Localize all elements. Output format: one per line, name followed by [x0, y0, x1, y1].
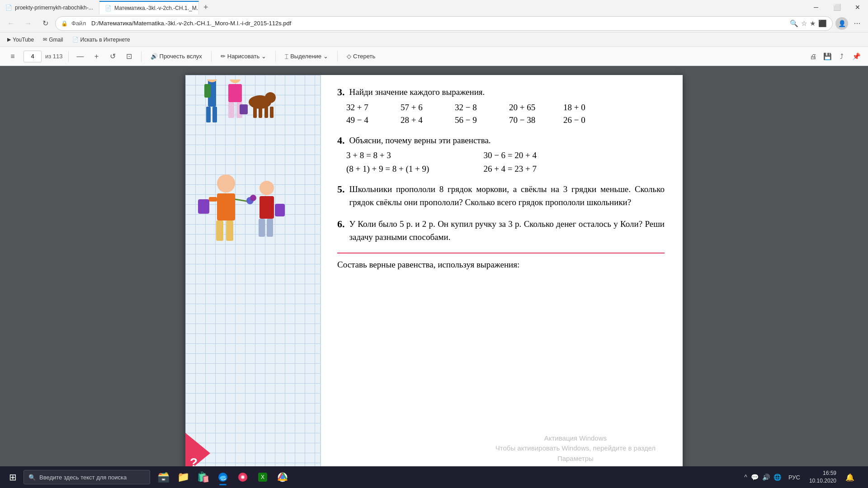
- erase-label: Стереть: [353, 53, 375, 60]
- print-button[interactable]: 🖨: [807, 50, 819, 63]
- select-dropdown-icon[interactable]: ⌄: [323, 53, 328, 60]
- pdf-menu-button[interactable]: ≡: [5, 49, 20, 64]
- zoom-out-button[interactable]: —: [74, 50, 87, 63]
- svg-rect-18: [216, 221, 223, 241]
- notification-button[interactable]: 🔔: [843, 470, 857, 484]
- systray-arrow[interactable]: ^: [743, 473, 748, 482]
- svg-rect-20: [209, 197, 217, 202]
- save-button[interactable]: 💾: [821, 50, 834, 63]
- toolbar-separator-2: [141, 51, 142, 62]
- new-tab-button[interactable]: +: [199, 3, 213, 12]
- share-button[interactable]: ⤴: [835, 50, 848, 63]
- zoom-icon[interactable]: 🔍: [790, 19, 798, 28]
- tab-strip: 📄 proekty-primernykh-rabochikh-... ✕ 📄 М…: [0, 0, 213, 14]
- svg-point-29: [250, 195, 256, 201]
- bookmark-search[interactable]: 📄 Искать в Интернете: [69, 36, 134, 44]
- eq-left-1: 3 + 8 = 8 + 3: [346, 150, 429, 160]
- select-button[interactable]: ⌶ Выделение ⌄: [281, 51, 332, 61]
- rotate-button[interactable]: ↺: [107, 50, 119, 63]
- divider-line: [337, 253, 665, 253]
- language-indicator[interactable]: РУС: [786, 473, 803, 482]
- address-prefix: Файл: [71, 20, 86, 27]
- pin-button[interactable]: 📌: [850, 50, 863, 63]
- taskbar-app-chrome[interactable]: [273, 468, 292, 487]
- draw-button[interactable]: ✏ Нарисовать ⌄: [217, 51, 270, 61]
- problem-4-number: 4.: [337, 134, 345, 147]
- expr-6: 49 − 4: [346, 115, 387, 125]
- svg-rect-17: [217, 193, 235, 221]
- clock-time: 16:59: [809, 469, 836, 477]
- start-button[interactable]: ⊞: [4, 468, 22, 486]
- tab-1[interactable]: 📄 proekty-primernykh-rabochikh-... ✕: [0, 1, 99, 14]
- bookmark-search-label: Искать в Интернете: [80, 37, 130, 43]
- pdf-page-total: из 113: [45, 53, 63, 60]
- taskbar-app-fileexplorer[interactable]: 📁: [174, 468, 193, 487]
- draw-dropdown-icon[interactable]: ⌄: [261, 53, 266, 60]
- svg-rect-21: [198, 199, 209, 214]
- pdf-page-input[interactable]: [24, 51, 42, 62]
- problem-5-text: Школьники пропололи 8 грядок моркови, а …: [349, 183, 665, 209]
- tab-2-favicon: 📄: [105, 5, 112, 11]
- close-button[interactable]: ✕: [847, 0, 868, 14]
- more-options-button[interactable]: ···: [850, 16, 864, 31]
- svg-rect-25: [267, 219, 273, 237]
- expr-3: 32 − 8: [455, 103, 495, 113]
- taskbar-search-box[interactable]: 🔍 Введите здесь текст для поиска: [24, 470, 150, 484]
- svg-rect-26: [275, 204, 285, 216]
- taskbar-app-media[interactable]: [233, 468, 252, 487]
- expr-5: 18 + 0: [563, 103, 604, 113]
- erase-button[interactable]: ◇ Стереть: [343, 51, 379, 61]
- profile-button[interactable]: 👤: [835, 17, 848, 30]
- pdf-left-panel: ?: [185, 75, 321, 482]
- svg-point-5: [229, 80, 241, 83]
- forward-button[interactable]: →: [21, 16, 35, 31]
- problem-3-header: 3. Найди значение каждого выражения.: [337, 86, 665, 99]
- svg-rect-23: [259, 196, 274, 219]
- taskbar: ⊞ 🔍 Введите здесь текст для поиска 🗃️ 📁 …: [0, 466, 868, 488]
- svg-point-33: [241, 476, 244, 479]
- minimize-button[interactable]: ─: [806, 0, 826, 14]
- expr-2: 57 + 6: [401, 103, 441, 113]
- file-icon: 🔒: [61, 20, 68, 27]
- expr-4: 20 + 65: [509, 103, 550, 113]
- bookmark-gmail[interactable]: ✉ Gmail: [39, 36, 66, 44]
- problem-6-header: 6. У Коли было 5 р. и 2 р. Он купил ручк…: [337, 218, 665, 244]
- collections-icon[interactable]: ⬛: [818, 19, 827, 28]
- youtube-icon: ▶: [7, 37, 11, 42]
- favorites-icon[interactable]: ★: [810, 19, 816, 28]
- taskbar-app-app2[interactable]: X: [253, 468, 272, 487]
- star-icon[interactable]: ☆: [801, 19, 807, 28]
- systray-network[interactable]: 🌐: [773, 473, 782, 482]
- zoom-in-button[interactable]: +: [90, 50, 103, 63]
- taskbar-clock[interactable]: 16:59 10.10.2020: [807, 469, 839, 486]
- address-bar[interactable]: 🔒 Файл D:/Математика/Matematika.-3kl.-v-…: [55, 16, 833, 31]
- problem-4-header: 4. Объясни, почему верны эти равенства.: [337, 134, 665, 147]
- taskbar-app-taskview[interactable]: 🗃️: [154, 468, 173, 487]
- maximize-button[interactable]: ⬜: [826, 0, 847, 14]
- clock-date: 10.10.2020: [809, 477, 836, 485]
- systray-volume[interactable]: 🔊: [761, 473, 771, 482]
- problem-5-header: 5. Школьники пропололи 8 грядок моркови,…: [337, 183, 665, 209]
- svg-point-22: [259, 181, 274, 195]
- taskbar-search-placeholder: Введите здесь текст для поиска: [39, 474, 127, 481]
- toolbar-separator-4: [275, 51, 276, 62]
- systray-chat[interactable]: 💬: [750, 473, 760, 482]
- problem-3-row-2: 49 − 4 28 + 4 56 − 9 70 − 38 26 − 0: [337, 115, 665, 125]
- fit-button[interactable]: ⊡: [123, 50, 136, 63]
- watermark-line1: Активация Windows: [495, 433, 656, 444]
- tab-2[interactable]: 📄 Математика.-3kl.-v-2ch.-CH.1._M... ✕: [99, 1, 199, 14]
- watermark-line2: Чтобы активировать Windows, перейдите в …: [495, 443, 656, 454]
- back-button[interactable]: ←: [4, 16, 18, 31]
- read-aloud-button[interactable]: 🔊 Прочесть вслух: [147, 51, 206, 61]
- expr-9: 70 − 38: [509, 115, 550, 125]
- taskbar-search-icon: 🔍: [28, 474, 36, 481]
- top-illustration: [190, 80, 307, 172]
- bookmarks-bar: ▶ YouTube ✉ Gmail 📄 Искать в Интернете: [0, 33, 868, 47]
- bookmark-youtube[interactable]: ▶ YouTube: [4, 36, 38, 44]
- address-url: D:/Математика/Matematika.-3kl.-v-2ch.-CH…: [91, 20, 291, 27]
- problem-4-title: Объясни, почему верны эти равенства.: [349, 134, 491, 147]
- refresh-button[interactable]: ↻: [38, 16, 52, 31]
- taskbar-app-edge[interactable]: [213, 468, 232, 487]
- window-controls: ─ ⬜ ✕: [806, 0, 868, 14]
- taskbar-app-store[interactable]: 🛍️: [193, 468, 212, 487]
